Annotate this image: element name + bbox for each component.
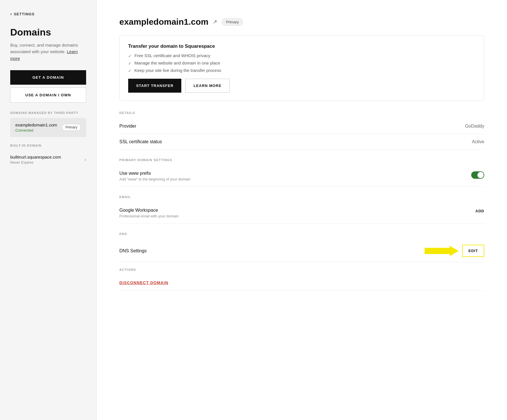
ssl-label: SSL certificate status: [119, 139, 162, 144]
third-party-section-label: DOMAINS MANAGED BY THIRD-PARTY: [10, 111, 86, 115]
domain-header: exampledomain1.com ↗ Primary: [119, 17, 484, 27]
main-content: exampledomain1.com ↗ Primary Transfer yo…: [97, 0, 507, 420]
transfer-feature-text-2: Manage the website and domain in one pla…: [134, 61, 220, 65]
domain-list-item[interactable]: exampledomain1.com Connected Primary: [10, 118, 86, 137]
dns-section-label: DNS: [119, 232, 484, 236]
domain-item-name: exampledomain1.com: [15, 122, 57, 127]
yellow-arrow-icon: [425, 246, 459, 256]
external-link-icon[interactable]: ↗: [213, 19, 217, 25]
disconnect-domain-link[interactable]: DISCONNECT DOMAIN: [119, 275, 484, 290]
transfer-feature-2: ✓ Manage the website and domain in one p…: [128, 61, 475, 66]
domain-item-info: exampledomain1.com Connected: [15, 122, 57, 132]
email-desc: Professional email with your domain: [119, 214, 178, 218]
email-title: Google Workspace: [119, 208, 178, 213]
detail-row-ssl: SSL certificate status Active: [119, 134, 484, 150]
provider-label: Provider: [119, 124, 136, 129]
email-row: Google Workspace Professional email with…: [119, 203, 484, 224]
builtin-domain-name: builtinurl.squarespace.com: [10, 155, 61, 159]
svg-marker-0: [425, 246, 459, 256]
check-icon-1: ✓: [128, 54, 132, 58]
ssl-value: Active: [472, 139, 484, 144]
builtin-section-label: BUILT-IN DOMAIN: [10, 144, 86, 147]
detail-row-provider: Provider GoDaddy: [119, 118, 484, 134]
get-domain-button[interactable]: GET A DOMAIN: [10, 70, 86, 85]
dns-edit-button[interactable]: EDIT: [462, 245, 484, 257]
check-icon-2: ✓: [128, 61, 132, 66]
www-prefix-row: Use www prefix Add "www" to the beginnin…: [119, 166, 484, 187]
back-label: SETTINGS: [14, 12, 34, 16]
transfer-feature-1: ✓ Free SSL certificate and WHOIS privacy: [128, 53, 475, 58]
start-transfer-button[interactable]: START TRANSFER: [128, 79, 181, 93]
www-prefix-toggle[interactable]: [471, 171, 484, 179]
provider-value: GoDaddy: [465, 124, 484, 129]
transfer-card-title: Transfer your domain to Squarespace: [128, 43, 475, 49]
primary-badge: Primary: [222, 18, 243, 26]
actions-section-label: ACTIONS: [119, 268, 484, 271]
www-prefix-desc: Add "www" to the beginning of your domai…: [119, 177, 190, 181]
domain-item-status: Connected: [15, 128, 57, 132]
builtin-domain-item[interactable]: builtinurl.squarespace.com Never Expires…: [10, 151, 86, 169]
use-domain-button[interactable]: USE A DOMAIN I OWN: [10, 88, 86, 103]
dns-label: DNS Settings: [119, 248, 147, 253]
back-arrow-icon: ‹: [10, 11, 12, 16]
primary-domain-section-label: PRIMARY DOMAIN SETTINGS: [119, 158, 484, 162]
builtin-domain-info: builtinurl.squarespace.com Never Expires: [10, 155, 61, 165]
page-title: Domains: [10, 27, 86, 38]
add-email-button[interactable]: ADD: [475, 208, 484, 213]
transfer-card: Transfer your domain to Squarespace ✓ Fr…: [119, 35, 484, 101]
back-link[interactable]: ‹ SETTINGS: [10, 11, 86, 16]
transfer-feature-text-3: Keep your site live during the transfer …: [134, 68, 221, 73]
learn-more-button[interactable]: LEARN MORE: [185, 79, 230, 93]
dns-row: DNS Settings EDIT: [119, 240, 484, 262]
sidebar-description: Buy, connect, and manage domains associa…: [10, 42, 86, 62]
details-section: DETAILS Provider GoDaddy SSL certificate…: [119, 111, 484, 150]
sidebar: ‹ SETTINGS Domains Buy, connect, and man…: [0, 0, 97, 420]
actions-section: ACTIONS DISCONNECT DOMAIN: [119, 268, 484, 290]
domain-header-name: exampledomain1.com: [119, 17, 208, 27]
dns-edit-area: EDIT: [425, 245, 484, 257]
chevron-right-icon: ›: [84, 157, 86, 163]
toggle-knob: [477, 172, 484, 178]
domain-item-badge: Primary: [62, 124, 81, 131]
transfer-feature-text-1: Free SSL certificate and WHOIS privacy: [134, 53, 210, 58]
email-section: EMAIL Google Workspace Professional emai…: [119, 195, 484, 224]
details-section-label: DETAILS: [119, 111, 484, 115]
transfer-actions: START TRANSFER LEARN MORE: [128, 79, 475, 93]
email-info: Google Workspace Professional email with…: [119, 208, 178, 218]
email-section-label: EMAIL: [119, 195, 484, 199]
www-prefix-info: Use www prefix Add "www" to the beginnin…: [119, 171, 190, 181]
primary-domain-section: PRIMARY DOMAIN SETTINGS Use www prefix A…: [119, 158, 484, 187]
builtin-domain-sub: Never Expires: [10, 160, 61, 165]
check-icon-3: ✓: [128, 68, 132, 73]
dns-section: DNS DNS Settings EDIT: [119, 232, 484, 262]
transfer-feature-3: ✓ Keep your site live during the transfe…: [128, 68, 475, 73]
www-prefix-title: Use www prefix: [119, 171, 190, 176]
